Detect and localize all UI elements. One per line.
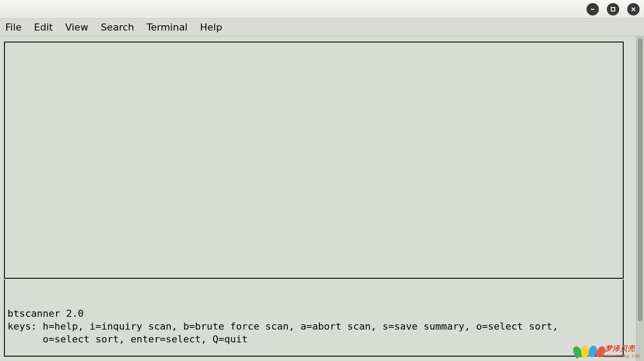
menu-terminal[interactable]: Terminal [146, 22, 188, 33]
maximize-icon [610, 6, 616, 12]
minimize-icon [590, 6, 596, 12]
keys-line-1: keys: h=help, i=inquiry scan, b=brute fo… [8, 321, 558, 332]
menu-view[interactable]: View [65, 22, 88, 33]
menu-help[interactable]: Help [200, 22, 222, 33]
scrollbar-thumb[interactable] [638, 38, 643, 321]
minimize-button[interactable] [586, 3, 599, 15]
close-button[interactable] [627, 3, 640, 15]
menubar: File Edit View Search Terminal Help [0, 19, 644, 36]
scrollbar[interactable] [636, 36, 644, 361]
menu-edit[interactable]: Edit [34, 22, 53, 33]
keys-line-2: o=select sort, enter=select, Q=quit [8, 334, 248, 345]
terminal-area: btscanner 2.0 keys: h=help, i=inquiry sc… [0, 36, 644, 361]
menu-search[interactable]: Search [101, 22, 134, 33]
svg-rect-1 [611, 8, 615, 11]
titlebar [0, 0, 644, 19]
terminal-main[interactable]: btscanner 2.0 keys: h=help, i=inquiry sc… [0, 36, 636, 361]
btscanner-status-panel: btscanner 2.0 keys: h=help, i=inquiry sc… [4, 280, 624, 357]
btscanner-results-panel [4, 42, 624, 279]
app-version-line: btscanner 2.0 [8, 308, 84, 319]
close-icon [630, 6, 636, 12]
menu-file[interactable]: File [5, 22, 22, 33]
maximize-button[interactable] [607, 3, 619, 15]
